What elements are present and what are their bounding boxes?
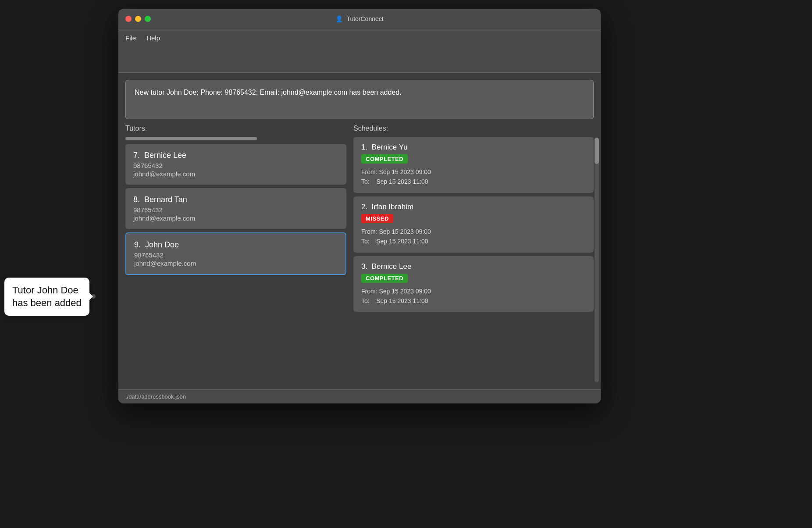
toolbar-area bbox=[118, 46, 601, 73]
main-content: Tutors: 7. Bernice Lee 98765432 johnd@ex… bbox=[118, 125, 601, 389]
app-icon: 👤 bbox=[335, 15, 343, 22]
menu-help[interactable]: Help bbox=[146, 34, 160, 42]
app-window: 👤 TutorConnect File Help New tutor John … bbox=[118, 9, 601, 403]
menu-bar: File Help bbox=[118, 29, 601, 46]
tooltip-bubble: Tutor John Doe has been added bbox=[4, 278, 89, 316]
schedules-label: Schedules: bbox=[353, 125, 594, 132]
tutor-phone-7: 98765432 bbox=[133, 162, 338, 169]
schedule-time-1: From: Sep 15 2023 09:00 To: Sep 15 2023 … bbox=[361, 167, 586, 187]
tooltip-line2: has been added bbox=[12, 297, 82, 308]
schedule-status-1: COMPLETED bbox=[361, 154, 408, 164]
tutor-card-8[interactable]: 8. Bernard Tan 98765432 johnd@example.co… bbox=[125, 188, 346, 229]
tutors-label: Tutors: bbox=[125, 125, 346, 132]
schedule-time-2: From: Sep 15 2023 09:00 To: Sep 15 2023 … bbox=[361, 227, 586, 246]
tutor-phone-9: 98765432 bbox=[134, 251, 338, 259]
message-box: New tutor John Doe; Phone: 98765432; Ema… bbox=[125, 80, 594, 119]
tooltip-connector: Tutor John Doe has been added bbox=[4, 278, 96, 316]
schedule-card-1[interactable]: 1. Bernice Yu COMPLETED From: Sep 15 202… bbox=[353, 137, 594, 193]
title-bar: 👤 TutorConnect bbox=[118, 9, 601, 29]
schedules-panel: Schedules: 1. Bernice Yu COMPLETED From:… bbox=[353, 125, 594, 382]
schedule-time-3: From: Sep 15 2023 09:00 To: Sep 15 2023 … bbox=[361, 286, 586, 306]
traffic-lights bbox=[125, 16, 151, 22]
schedules-scrollbar[interactable] bbox=[595, 138, 599, 382]
left-panel: Tutor John Doe has been added bbox=[0, 0, 118, 395]
status-bar: ./data/addressbook.json bbox=[118, 389, 601, 403]
tutor-email-7: johnd@example.com bbox=[133, 170, 338, 178]
schedule-name-3: 3. Bernice Lee bbox=[361, 262, 586, 271]
tutor-name-9: 9. John Doe bbox=[134, 240, 338, 250]
tutor-card-9[interactable]: 9. John Doe 98765432 johnd@example.com bbox=[125, 232, 346, 275]
app-title: TutorConnect bbox=[346, 15, 383, 22]
maximize-button[interactable] bbox=[145, 16, 151, 22]
tutors-panel: Tutors: 7. Bernice Lee 98765432 johnd@ex… bbox=[125, 125, 353, 382]
tutor-card-7[interactable]: 7. Bernice Lee 98765432 johnd@example.co… bbox=[125, 144, 346, 185]
tutors-scrollbar-progress[interactable] bbox=[125, 137, 257, 140]
tooltip-line1: Tutor John Doe bbox=[12, 285, 78, 296]
schedule-status-3: COMPLETED bbox=[361, 274, 408, 283]
schedule-card-3[interactable]: 3. Bernice Lee COMPLETED From: Sep 15 20… bbox=[353, 256, 594, 312]
tutors-list: 7. Bernice Lee 98765432 johnd@example.co… bbox=[125, 144, 346, 275]
schedules-list: 1. Bernice Yu COMPLETED From: Sep 15 202… bbox=[353, 137, 594, 312]
close-button[interactable] bbox=[125, 16, 132, 22]
tutor-phone-8: 98765432 bbox=[133, 206, 338, 214]
schedule-status-2: MISSED bbox=[361, 214, 393, 223]
schedule-name-2: 2. Irfan Ibrahim bbox=[361, 203, 586, 211]
tutor-name-8: 8. Bernard Tan bbox=[133, 195, 338, 204]
schedule-name-1: 1. Bernice Yu bbox=[361, 143, 586, 152]
tutor-name-7: 7. Bernice Lee bbox=[133, 151, 338, 160]
tutor-email-8: johnd@example.com bbox=[133, 214, 338, 222]
message-text: New tutor John Doe; Phone: 98765432; Ema… bbox=[135, 89, 402, 96]
minimize-button[interactable] bbox=[135, 16, 141, 22]
tutor-email-9: johnd@example.com bbox=[134, 260, 338, 267]
status-path: ./data/addressbook.json bbox=[125, 393, 186, 400]
scrollbar-thumb[interactable] bbox=[595, 138, 599, 164]
menu-file[interactable]: File bbox=[125, 34, 136, 42]
window-title: 👤 TutorConnect bbox=[335, 15, 383, 22]
schedule-card-2[interactable]: 2. Irfan Ibrahim MISSED From: Sep 15 202… bbox=[353, 196, 594, 253]
